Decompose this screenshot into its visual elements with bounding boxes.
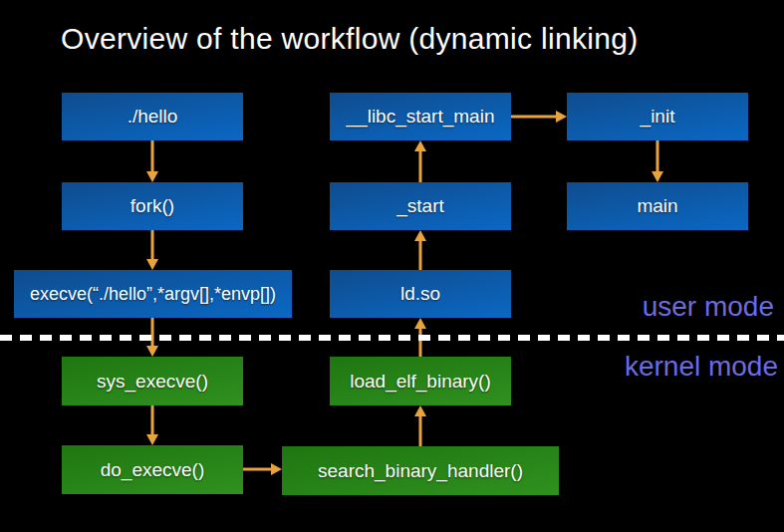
node-load-elf-binary: load_elf_binary() — [330, 357, 511, 405]
arrow-search-binary-handler-to-load-elf-binary — [414, 405, 426, 446]
node-init: _init — [567, 93, 748, 140]
node-start: _start — [330, 182, 511, 230]
node-do-execve-label: do_execve() — [101, 459, 205, 481]
arrow-start-to-libc-start-main — [414, 140, 426, 182]
node-main: main — [567, 182, 748, 230]
slide-canvas: Overview of the workflow (dynamic linkin… — [0, 0, 784, 532]
node-main-label: main — [637, 195, 677, 217]
node-sys-execve-label: sys_execve() — [97, 371, 208, 393]
arrow-init-to-main — [652, 140, 663, 182]
user-mode-label: user mode — [643, 292, 774, 321]
node-ldso: ld.so — [330, 270, 511, 318]
node-search-binary-handler-label: search_binary_handler() — [318, 460, 523, 482]
arrow-sys-execve-to-do-execve — [146, 405, 158, 445]
kernel-mode-label: kernel mode — [625, 352, 778, 381]
slide-title: Overview of the workflow (dynamic linkin… — [61, 22, 638, 56]
node-fork-label: fork() — [131, 195, 174, 217]
arrow-fork-to-execve — [146, 230, 158, 270]
node-libc-start-main-label: __libc_start_main — [347, 106, 495, 128]
arrow-hello-to-fork — [146, 140, 158, 182]
node-hello: ./hello — [62, 93, 243, 140]
node-start-label: _start — [396, 195, 444, 217]
node-sys-execve: sys_execve() — [62, 357, 243, 405]
node-hello-label: ./hello — [128, 106, 178, 128]
node-libc-start-main: __libc_start_main — [330, 93, 511, 140]
arrow-do-execve-to-search-binary-handler — [243, 463, 282, 475]
mode-divider — [0, 335, 784, 341]
node-ldso-label: ld.so — [400, 283, 440, 305]
node-do-execve: do_execve() — [62, 445, 243, 494]
node-search-binary-handler: search_binary_handler() — [282, 446, 559, 495]
node-load-elf-binary-label: load_elf_binary() — [350, 371, 491, 393]
node-execve: execve(“./hello”,*argv[],*envp[]) — [14, 270, 292, 318]
arrow-libc-start-main-to-init — [511, 111, 567, 123]
node-execve-label: execve(“./hello”,*argv[],*envp[]) — [30, 284, 276, 305]
node-init-label: _init — [641, 106, 675, 128]
node-fork: fork() — [62, 182, 243, 230]
arrow-ldso-to-start — [414, 230, 426, 270]
